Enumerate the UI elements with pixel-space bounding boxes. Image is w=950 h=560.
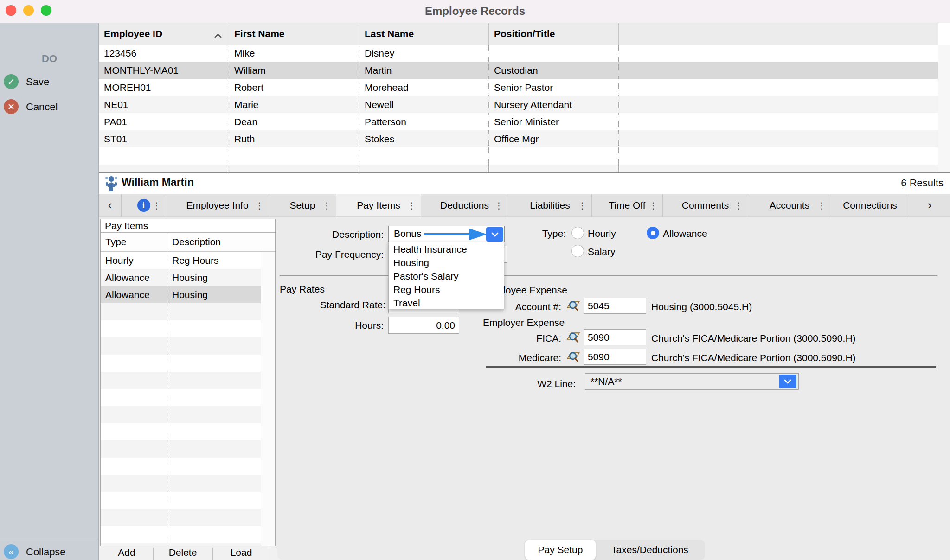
tab-time-off[interactable]: Time Off⋮ bbox=[592, 194, 663, 216]
column-header-position[interactable]: Position/Title bbox=[489, 23, 619, 45]
tab-liabilities[interactable]: Liabilities⋮ bbox=[508, 194, 592, 216]
dropdown-option[interactable]: Pastor's Salary bbox=[389, 269, 504, 283]
pay-items-panel-title: Pay Items bbox=[101, 219, 275, 233]
x-circle-icon: ✕ bbox=[4, 99, 19, 114]
table-row[interactable]: ST01 Ruth Stokes Office Mgr bbox=[99, 130, 938, 147]
pay-item-row[interactable]: Hourly Reg Hours bbox=[101, 252, 261, 269]
w2-line-combobox[interactable]: **N/A** bbox=[585, 373, 799, 390]
account-lookup-icon[interactable] bbox=[566, 299, 580, 313]
medicare-description: Church's FICA/Medicare Portion (3000.509… bbox=[651, 352, 856, 363]
medicare-lookup-icon[interactable] bbox=[566, 350, 580, 364]
collapse-button[interactable]: « Collapse bbox=[0, 544, 99, 560]
tab-employee-info[interactable]: Employee Info⋮ bbox=[166, 194, 269, 216]
info-circle-icon: i bbox=[137, 199, 150, 212]
tab-scroll-right[interactable]: › bbox=[909, 194, 950, 216]
description-label: Description: bbox=[291, 229, 384, 240]
column-header-description[interactable]: Description bbox=[167, 233, 275, 251]
pay-rates-section-label: Pay Rates bbox=[280, 284, 325, 295]
tab-setup[interactable]: Setup⋮ bbox=[269, 194, 336, 216]
tab-options-icon[interactable]: ⋮ bbox=[494, 200, 503, 210]
pay-item-row[interactable]: Allowance Housing bbox=[101, 269, 261, 286]
description-dropdown-list: Health Insurance Housing Pastor's Salary… bbox=[388, 242, 504, 309]
fica-lookup-icon[interactable] bbox=[566, 330, 580, 344]
account-number-input[interactable] bbox=[584, 298, 646, 314]
detail-tab-bar: ‹ i ⋮ Employee Info⋮ Setup⋮ Pay Items⋮ D… bbox=[99, 194, 950, 217]
load-button[interactable]: Load bbox=[212, 547, 270, 560]
selected-employee-name: William Martin bbox=[122, 176, 194, 189]
radio-salary[interactable] bbox=[571, 245, 584, 257]
column-header-type[interactable]: Type bbox=[101, 233, 167, 251]
section-divider bbox=[280, 275, 937, 276]
tab-options-icon[interactable]: ⋮ bbox=[817, 200, 826, 210]
tab-options-icon[interactable]: ⋮ bbox=[734, 200, 743, 210]
table-row-empty bbox=[99, 165, 938, 172]
chevrons-left-circle-icon: « bbox=[4, 544, 19, 559]
tab-options-icon[interactable]: ⋮ bbox=[152, 200, 161, 210]
results-count: 6 Results bbox=[901, 177, 944, 189]
radio-hourly-label[interactable]: Hourly bbox=[588, 228, 616, 239]
pay-setup-tab[interactable]: Pay Setup bbox=[525, 540, 596, 560]
tab-deductions[interactable]: Deductions⋮ bbox=[421, 194, 508, 216]
bottom-tab-control: Pay Setup Taxes/Deductions bbox=[524, 540, 705, 560]
table-row-empty bbox=[99, 147, 938, 165]
table-row-selected[interactable]: MONTHLY-MA01 William Martin Custodian bbox=[99, 62, 938, 79]
fica-account-input[interactable] bbox=[584, 329, 646, 345]
column-header-last-name[interactable]: Last Name bbox=[359, 23, 489, 45]
hours-input[interactable] bbox=[388, 317, 459, 334]
collapse-label: Collapse bbox=[26, 546, 66, 558]
employee-table-header: Employee ID First Name Last Name Positio… bbox=[99, 23, 938, 45]
pointer-arrow-annotation bbox=[423, 228, 488, 242]
table-row[interactable]: PA01 Dean Patterson Senior Minister bbox=[99, 113, 938, 130]
tab-options-icon[interactable]: ⋮ bbox=[578, 200, 587, 210]
table-row[interactable]: NE01 Marie Newell Nursery Attendant bbox=[99, 96, 938, 113]
radio-allowance-label[interactable]: Allowance bbox=[663, 228, 707, 239]
radio-salary-label[interactable]: Salary bbox=[588, 246, 616, 257]
dropdown-option[interactable]: Reg Hours bbox=[389, 283, 504, 296]
cancel-label: Cancel bbox=[26, 101, 58, 113]
person-icon bbox=[104, 176, 118, 193]
tab-pay-items[interactable]: Pay Items⋮ bbox=[336, 194, 421, 216]
sidebar-header: DO bbox=[0, 53, 99, 65]
standard-rate-label: Standard Rate: bbox=[293, 299, 385, 311]
tab-accounts[interactable]: Accounts⋮ bbox=[748, 194, 831, 216]
delete-button[interactable]: Delete bbox=[153, 547, 212, 560]
radio-allowance[interactable] bbox=[647, 227, 659, 239]
sort-ascending-icon[interactable] bbox=[214, 30, 222, 41]
dropdown-button[interactable] bbox=[779, 375, 796, 388]
app-window: Employee Records DO ✓ Save ✕ Cancel « Co… bbox=[0, 0, 950, 560]
w2-line-label: W2 Line: bbox=[483, 378, 576, 389]
check-circle-icon: ✓ bbox=[4, 74, 19, 89]
tab-options-icon[interactable]: ⋮ bbox=[255, 200, 264, 210]
window-title: Employee Records bbox=[0, 5, 950, 18]
title-bar: Employee Records bbox=[0, 0, 950, 23]
tab-comments[interactable]: Comments⋮ bbox=[663, 194, 748, 216]
save-button[interactable]: ✓ Save bbox=[0, 74, 99, 90]
tab-options-icon[interactable]: ⋮ bbox=[407, 200, 416, 210]
pay-items-scrollbar-gutter[interactable] bbox=[261, 252, 275, 546]
pay-items-header: Type Description bbox=[101, 233, 275, 252]
dropdown-option[interactable]: Housing bbox=[389, 256, 504, 269]
table-row[interactable]: MOREH01 Robert Morehead Senior Pastor bbox=[99, 79, 938, 96]
table-row[interactable]: 123456 Mike Disney bbox=[99, 45, 938, 62]
account-description: Housing (3000.5045.H) bbox=[651, 301, 752, 312]
tab-info[interactable]: i ⋮ bbox=[122, 194, 166, 216]
dropdown-option[interactable]: Travel bbox=[389, 296, 504, 310]
cancel-button[interactable]: ✕ Cancel bbox=[0, 99, 99, 115]
tab-scroll-left[interactable]: ‹ bbox=[99, 194, 122, 216]
dropdown-option[interactable]: Health Insurance bbox=[389, 242, 504, 256]
column-header-first-name[interactable]: First Name bbox=[229, 23, 359, 45]
description-value: Bonus bbox=[394, 228, 422, 239]
employer-expense-section-label: Employer Expense bbox=[483, 317, 565, 328]
fica-label: FICA: bbox=[469, 333, 561, 344]
pay-item-row-selected[interactable]: Allowance Housing bbox=[101, 286, 261, 303]
column-header-employee-id[interactable]: Employee ID bbox=[99, 23, 229, 45]
tab-options-icon[interactable]: ⋮ bbox=[322, 200, 331, 210]
taxes-deductions-tab[interactable]: Taxes/Deductions bbox=[596, 540, 704, 560]
add-button[interactable]: Add bbox=[100, 547, 153, 560]
tab-connections[interactable]: Connections bbox=[831, 194, 909, 216]
table-scrollbar-gutter[interactable] bbox=[938, 45, 950, 172]
radio-hourly[interactable] bbox=[571, 227, 584, 239]
medicare-label: Medicare: bbox=[469, 352, 561, 363]
medicare-account-input[interactable] bbox=[584, 349, 646, 365]
tab-options-icon[interactable]: ⋮ bbox=[649, 200, 658, 210]
